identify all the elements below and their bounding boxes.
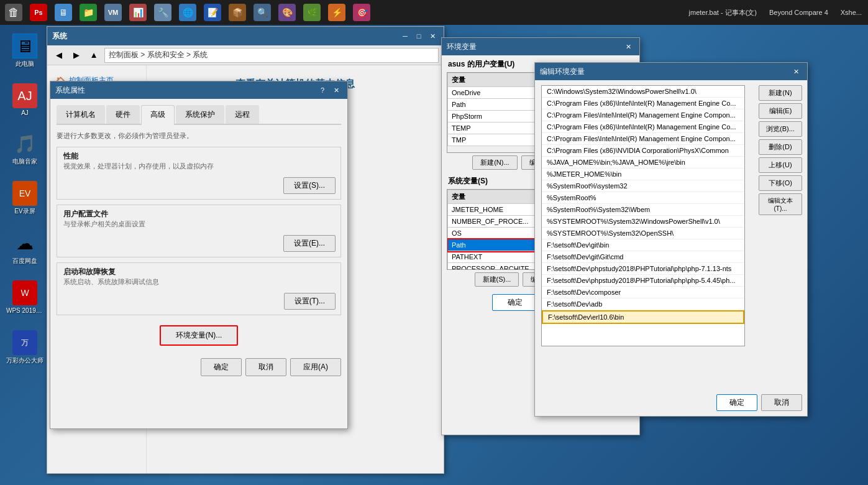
taskbar-jmeter[interactable]: jmeter.bat - 记事本(文) <box>685 7 761 19</box>
tab-computer-name[interactable]: 计算机名 <box>57 105 105 124</box>
performance-settings-button[interactable]: 设置(S)... <box>283 177 336 194</box>
tab-hardware[interactable]: 硬件 <box>106 105 140 124</box>
taskbar-icon-app2[interactable]: 📁 <box>77 1 99 24</box>
dialog-help-button[interactable]: ? <box>316 85 329 96</box>
breadcrumb: 控制面板 > 系统和安全 > 系统 <box>104 48 439 63</box>
path-up-button[interactable]: 上移(U) <box>759 157 802 173</box>
path-list-item[interactable]: %SystemRoot%\system32 <box>542 180 744 192</box>
path-list-item[interactable]: C:\Program Files\Intel\Intel(R) Manageme… <box>542 109 744 121</box>
system-window-title: 系统 <box>52 31 67 42</box>
edit-env-cancel-button[interactable]: 取消 <box>761 394 802 411</box>
path-edit-button[interactable]: 编辑(E) <box>759 103 802 119</box>
tab-bar: 计算机名 硬件 高级 系统保护 远程 <box>57 105 341 125</box>
taskbar-icon-app10[interactable]: 🌿 <box>301 1 323 24</box>
edit-env-right-buttons: 新建(N) 编辑(E) 浏览(B)... 删除(D) 上移(U) 下移(O) 编… <box>759 85 802 215</box>
taskbar-icon-vmware[interactable]: VM <box>102 1 124 24</box>
close-button[interactable]: ✕ <box>426 30 439 42</box>
system-props-titlebar: 系统属性 ? ✕ <box>50 81 347 99</box>
desktop-icon-baidu[interactable]: ☁ 百度网盘 <box>6 228 43 268</box>
taskbar-icon-recycle[interactable]: 🗑 <box>2 1 25 24</box>
startup-settings-button[interactable]: 设置(T)... <box>284 293 336 310</box>
path-list-item[interactable]: F:\setsoft\Dev\git\Git\cmd <box>542 251 744 263</box>
path-list-item[interactable]: C:\Program Files\Intel\Intel(R) Manageme… <box>542 133 744 145</box>
edit-env-ok-button[interactable]: 确定 <box>716 394 757 411</box>
user-profiles-title: 用户配置文件 <box>63 209 334 219</box>
env-variables-button[interactable]: 环境变量(N)... <box>160 325 239 346</box>
desktop-icon-officebox[interactable]: 万 万彩办公大师 <box>6 328 43 367</box>
path-new-button[interactable]: 新建(N) <box>759 85 802 101</box>
taskbar-icon-app7[interactable]: 📦 <box>226 1 249 24</box>
user-new-button[interactable]: 新建(N)... <box>472 155 517 170</box>
path-list-item[interactable]: %SystemRoot% <box>542 192 744 204</box>
desktop-icon-computer[interactable]: 🖥 此电脑 <box>6 31 43 71</box>
taskbar-icon-app3[interactable]: 📊 <box>127 1 149 24</box>
taskbar-beyond-compare[interactable]: Beyond Compare 4 <box>765 7 832 17</box>
performance-section: 性能 视觉效果，处理器计划，内存使用，以及虚拟内存 设置(S)... <box>57 147 341 200</box>
window-controls: ─ □ ✕ <box>399 30 439 42</box>
desktop-icon-wps[interactable]: W WPS 2019 无...复6 <box>6 278 43 318</box>
path-list-item[interactable]: C:\Program Files (x86)\Intel\Intel(R) Ma… <box>542 98 744 109</box>
dialog-apply-button[interactable]: 应用(A) <box>290 358 341 376</box>
minimize-button[interactable]: ─ <box>399 30 411 42</box>
path-delete-button[interactable]: 删除(D) <box>759 139 802 155</box>
up-button[interactable]: ▲ <box>87 48 101 62</box>
taskbar-icon-app6[interactable]: 📝 <box>201 1 224 24</box>
dialog-ok-button[interactable]: 确定 <box>201 358 242 376</box>
taskbar-icon-app9[interactable]: 🎨 <box>276 1 298 24</box>
edit-env-window: 编辑环境变量 ✕ C:\Windows\System32\WindowsPowe… <box>534 62 808 417</box>
taskbar-icon-adobe[interactable]: Ps <box>27 1 50 24</box>
forward-button[interactable]: ▶ <box>70 48 83 62</box>
path-browse-button[interactable]: 浏览(B)... <box>759 121 802 137</box>
desktop: 🗑 Ps 🖥 📁 VM 📊 🔧 🌐 📝 📦 🔍 <box>0 0 868 485</box>
path-list-item[interactable]: %JMETER_HOME%\bin <box>542 169 744 180</box>
dialog-close-button[interactable]: ✕ <box>330 85 342 96</box>
path-list-item[interactable]: F:\setsoft\Dev\adb <box>542 298 744 310</box>
path-edit-text-button[interactable]: 编辑文本(T)... <box>759 193 802 215</box>
path-down-button[interactable]: 下移(O) <box>759 175 802 191</box>
path-list-item[interactable]: F:\setsoft\Dev\git\bin <box>542 239 744 251</box>
path-list-item[interactable]: %SystemRoot%\System32\Wbem <box>542 204 744 216</box>
path-list-item[interactable]: C:\Windows\System32\WindowsPowerShell\v1… <box>542 86 744 98</box>
performance-desc: 视觉效果，处理器计划，内存使用，以及虚拟内存 <box>63 162 334 171</box>
taskbar-xshell[interactable]: Xshe... <box>837 7 866 17</box>
path-list-item[interactable]: %SYSTEMROOT%\System32\WindowsPowerShell\… <box>542 216 744 228</box>
breadcrumb-text: 控制面板 > 系统和安全 > 系统 <box>109 50 208 60</box>
startup-desc: 系统启动、系统故障和调试信息 <box>63 277 334 287</box>
taskbar-icon-app1[interactable]: 🖥 <box>52 1 75 24</box>
edit-env-footer: 确定 取消 <box>716 394 802 411</box>
desktop-icons-container: 🖥 此电脑 AJ AJ 🎵 电脑音家 EV EV录屏 ☁ 百度网盘 W WPS … <box>6 31 43 367</box>
env-window-titlebar: 环境变量 ✕ <box>442 38 639 55</box>
desktop-icon-aj[interactable]: AJ AJ <box>6 81 43 119</box>
system-props-title: 系统属性 <box>55 85 85 96</box>
path-list-item[interactable]: C:\Program Files (x86)\NVIDIA Corporatio… <box>542 145 744 157</box>
taskbar-icon-app11[interactable]: ⚡ <box>326 1 348 24</box>
edit-env-close[interactable]: ✕ <box>790 66 802 77</box>
edit-env-titlebar: 编辑环境变量 ✕ <box>535 63 807 80</box>
desktop-icon-music[interactable]: 🎵 电脑音家 <box>6 129 43 169</box>
maximize-button[interactable]: □ <box>413 30 425 42</box>
taskbar-icon-app4[interactable]: 🔧 <box>152 1 174 24</box>
tab-system-protection[interactable]: 系统保护 <box>176 105 224 124</box>
path-list-item[interactable]: F:\setsoft\Dev\phpstudy2018\PHPTutorial\… <box>542 263 744 275</box>
path-list-item[interactable]: F:\setsoft\Dev\erl10.6\bin <box>542 310 744 324</box>
back-button[interactable]: ◀ <box>52 48 66 62</box>
path-list-item[interactable]: F:\setsoft\Dev\composer <box>542 287 744 298</box>
tab-remote[interactable]: 远程 <box>226 105 259 124</box>
env-window-close[interactable]: ✕ <box>622 41 634 52</box>
tab-advanced[interactable]: 高级 <box>141 105 175 125</box>
user-profiles-settings-button[interactable]: 设置(E)... <box>283 235 336 252</box>
system-props-dialog: 系统属性 ? ✕ 计算机名 硬件 高级 系统保护 远程 要进行大多数更改，你必须… <box>50 81 348 429</box>
path-list-item[interactable]: F:\setsoft\Dev\phpstudy2018\PHPTutorial\… <box>542 275 744 287</box>
taskbar-icon-app8[interactable]: 🔍 <box>251 1 273 24</box>
env-ok-button[interactable]: 确定 <box>492 294 538 311</box>
system-props-content: 计算机名 硬件 高级 系统保护 远程 要进行大多数更改，你必须作为管理员登录。 … <box>50 99 347 382</box>
taskbar-icon-app12[interactable]: 🎯 <box>350 1 373 24</box>
taskbar-icon-app5[interactable]: 🌐 <box>176 1 199 24</box>
dialog-cancel-button[interactable]: 取消 <box>245 358 286 376</box>
path-list-item[interactable]: %SYSTEMROOT%\System32\OpenSSH\ <box>542 228 744 239</box>
path-list-item[interactable]: C:\Program Files (x86)\Intel\Intel(R) Ma… <box>542 121 744 133</box>
performance-title: 性能 <box>63 151 334 162</box>
desktop-icon-ev[interactable]: EV EV录屏 <box>6 178 43 218</box>
sys-new-button[interactable]: 新建(S)... <box>475 272 519 287</box>
path-list-item[interactable]: %JAVA_HOME%\bin;%JAVA_HOME%\jre\bin <box>542 157 744 169</box>
